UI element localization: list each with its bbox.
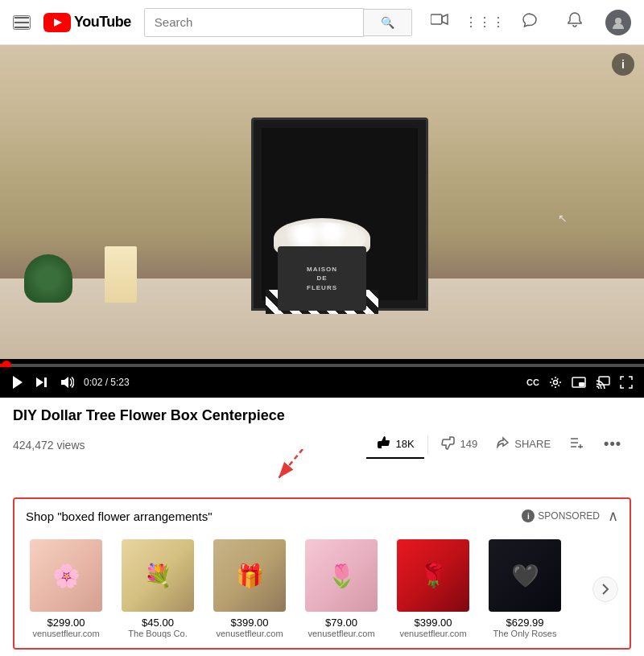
svg-marker-8 (61, 377, 68, 388)
youtube-logo[interactable]: YouTube (43, 13, 131, 32)
cast-button[interactable] (594, 374, 612, 390)
svg-rect-2 (431, 14, 442, 24)
apps-grid-icon: ⋮⋮⋮ (464, 14, 506, 30)
share-button[interactable]: SHARE (487, 431, 560, 458)
notifications-button[interactable] (560, 8, 589, 37)
svg-marker-3 (442, 14, 448, 24)
volume-button[interactable] (58, 374, 76, 390)
svg-rect-11 (579, 382, 584, 386)
header: YouTube 🔍 ⋮⋮⋮ (0, 0, 644, 45)
product-price: $45.00 (142, 617, 174, 629)
shopping-title: Shop "boxed flower arrangements" (26, 510, 213, 523)
svg-point-9 (554, 381, 558, 385)
product-vendor: venusetfleur.com (308, 629, 374, 638)
candle (105, 246, 137, 303)
share-icon (497, 436, 510, 452)
shopping-header: Shop "boxed flower arrangements" i SPONS… (14, 499, 630, 533)
svg-marker-5 (13, 376, 23, 389)
cursor: ↖ (558, 212, 568, 225)
collapse-button[interactable]: ∧ (608, 507, 618, 525)
search-icon: 🔍 (381, 16, 394, 29)
list-item[interactable]: 🖤 $629.99 The Only Roses (485, 539, 565, 638)
sponsored-label: SPONSORED (538, 510, 600, 522)
settings-button[interactable] (547, 374, 564, 390)
product-price: $399.00 (231, 617, 269, 629)
dislike-button[interactable]: 149 (431, 431, 488, 459)
youtube-icon (43, 13, 71, 32)
search-bar: 🔍 (144, 8, 412, 37)
list-item[interactable]: 🌷 $79.00 venusetfleur.com (301, 539, 382, 638)
product-image: 🌷 (305, 539, 378, 612)
svg-rect-7 (44, 378, 47, 387)
product-image: 🎁 (213, 539, 286, 612)
search-button[interactable]: 🔍 (364, 9, 412, 36)
sponsored-badge: i SPONSORED (522, 510, 600, 522)
product-price: $399.00 (415, 617, 452, 629)
product-vendor: The Only Roses (493, 629, 557, 638)
play-button[interactable] (10, 373, 26, 391)
product-image: 🌹 (397, 539, 469, 612)
avatar[interactable] (605, 10, 631, 35)
svg-line-19 (279, 449, 303, 478)
video-create-button[interactable] (425, 8, 454, 37)
apps-button[interactable]: ⋮⋮⋮ (470, 8, 499, 37)
shopping-items-list: 🌸 $299.00 venusetfleur.com 💐 $45.00 The … (14, 533, 630, 648)
product-vendor: venusetfleur.com (32, 629, 99, 638)
video-info-button[interactable]: i (612, 53, 634, 76)
sponsored-info-icon[interactable]: i (522, 510, 535, 522)
bell-icon (567, 11, 583, 33)
youtube-text: YouTube (74, 14, 131, 31)
shopping-section: Shop "boxed flower arrangements" i SPONS… (13, 497, 631, 650)
menu-button[interactable] (13, 15, 31, 30)
list-item[interactable]: 🌹 $399.00 venusetfleur.com (393, 539, 473, 638)
search-input-wrap (144, 8, 364, 37)
add-playlist-icon (570, 437, 584, 451)
list-item[interactable]: 🌸 $299.00 venusetfleur.com (26, 539, 106, 638)
thumbs-down-icon (441, 435, 456, 452)
product-image: 🖤 (489, 539, 561, 612)
annotation-arrow (13, 465, 631, 497)
next-button[interactable] (34, 374, 50, 390)
search-input[interactable] (145, 9, 363, 36)
fullscreen-button[interactable] (618, 374, 634, 390)
header-icons: ⋮⋮⋮ (425, 8, 631, 37)
list-item[interactable]: 💐 $45.00 The Bouqs Co. (118, 539, 198, 638)
video-thumbnail: MAISON DE FLEURS ↖ i (0, 45, 644, 359)
more-icon: ••• (604, 435, 621, 452)
product-vendor: venusetfleur.com (399, 629, 466, 638)
cc-button[interactable]: CC (525, 376, 541, 389)
svg-rect-12 (599, 377, 609, 385)
video-title: DIY Dollar Tree Flower Box Centerpiece (13, 407, 631, 424)
controls-right: CC (525, 374, 634, 390)
product-image: 🌸 (30, 539, 102, 612)
video-camera-icon (431, 14, 448, 31)
next-products-button[interactable] (592, 576, 618, 602)
chat-icon (522, 12, 538, 32)
product-price: $299.00 (47, 617, 85, 629)
add-to-playlist-button[interactable] (560, 432, 594, 457)
product-price: $79.00 (325, 617, 357, 629)
video-player[interactable]: MAISON DE FLEURS ↖ i (0, 45, 644, 398)
chat-button[interactable] (515, 8, 544, 37)
product-image: 💐 (122, 539, 194, 612)
svg-point-4 (615, 18, 621, 24)
miniplayer-button[interactable] (570, 375, 588, 390)
list-item[interactable]: 🎁 $399.00 venusetfleur.com (209, 539, 290, 638)
product-price: $629.99 (506, 617, 544, 629)
flower-box-label: MAISON DE FLEURS (307, 265, 337, 292)
shopping-header-right: i SPONSORED ∧ (522, 507, 618, 525)
header-left: YouTube (13, 13, 131, 32)
separator (427, 435, 428, 455)
flower-box: MAISON DE FLEURS (278, 246, 366, 311)
info-icon: i (621, 58, 625, 71)
time-display: 0:02 / 5:23 (84, 377, 130, 388)
dislike-count: 149 (460, 438, 478, 450)
plant (24, 254, 72, 303)
more-button[interactable]: ••• (594, 431, 631, 459)
product-vendor: The Bouqs Co. (128, 629, 187, 638)
video-controls: 0:02 / 5:23 CC (0, 367, 644, 398)
svg-marker-6 (36, 378, 43, 387)
like-count: 18K (395, 438, 414, 450)
product-vendor: venusetfleur.com (216, 629, 283, 638)
flower-box-container: MAISON DE FLEURS (278, 246, 366, 311)
